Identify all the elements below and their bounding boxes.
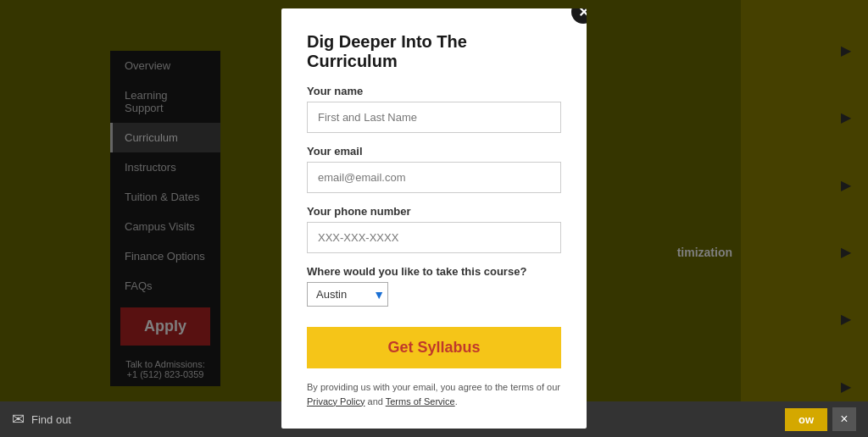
course-select[interactable]: Austin Online New York Houston xyxy=(307,282,388,307)
course-form-group: Where would you like to take this course… xyxy=(307,265,561,307)
course-select-wrapper: Austin Online New York Houston ▼ xyxy=(307,282,388,307)
email-input[interactable] xyxy=(307,162,561,193)
course-label: Where would you like to take this course… xyxy=(307,265,561,278)
modal-close-button[interactable]: ✕ xyxy=(571,8,587,24)
modal-title: Dig Deeper Into The Curriculum xyxy=(307,32,561,71)
phone-form-group: Your phone number xyxy=(307,205,561,253)
privacy-text: By providing us with your email, you agr… xyxy=(307,380,561,408)
name-label: Your name xyxy=(307,85,561,97)
email-form-group: Your email xyxy=(307,145,561,193)
name-form-group: Your name xyxy=(307,85,561,133)
privacy-policy-link[interactable]: Privacy Policy xyxy=(307,396,364,407)
phone-label: Your phone number xyxy=(307,205,561,218)
get-syllabus-button[interactable]: Get Syllabus xyxy=(307,327,561,368)
phone-input[interactable] xyxy=(307,222,561,253)
name-input[interactable] xyxy=(307,102,561,133)
modal-dialog: ✕ Dig Deeper Into The Curriculum Your na… xyxy=(281,8,587,429)
modal-overlay: ✕ Dig Deeper Into The Curriculum Your na… xyxy=(0,0,868,437)
email-label: Your email xyxy=(307,145,561,158)
terms-of-service-link[interactable]: Terms of Service xyxy=(386,396,455,407)
